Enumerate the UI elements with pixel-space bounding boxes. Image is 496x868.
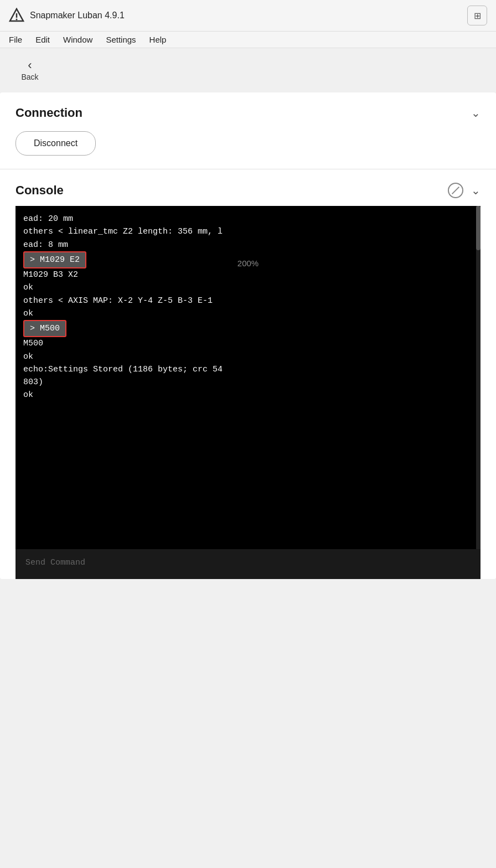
back-button[interactable]: ‹ Back [13, 59, 46, 81]
titlebar: Snapmaker Luban 4.9.1 ⊞ [0, 0, 496, 32]
main-panel: Connection ⌄ Disconnect Console ⌄ 200% e… [0, 92, 496, 579]
console-collapse-icon[interactable]: ⌄ [471, 184, 480, 197]
send-command-bar[interactable]: Send Command [16, 549, 480, 579]
menu-settings[interactable]: Settings [106, 35, 136, 44]
connection-title: Connection [16, 106, 82, 120]
console-terminal[interactable]: 200% ead: 20 mmothers < linear_tmc Z2 le… [16, 206, 480, 549]
menubar: File Edit Window Settings Help [0, 32, 496, 48]
send-command-label: Send Command [25, 558, 85, 567]
console-text-line: echo:Settings Stored (1186 bytes; crc 54 [23, 363, 473, 376]
console-command-line: > M500 [23, 320, 473, 337]
console-title: Console [16, 183, 64, 198]
console-text-line: ok [23, 350, 473, 363]
console-text-line: ok [23, 389, 473, 401]
scrollbar[interactable] [476, 206, 480, 549]
console-header-icons: ⌄ [448, 183, 480, 198]
command-box: > M500 [23, 320, 66, 337]
app-logo [9, 8, 24, 23]
back-nav: ‹ Back [0, 48, 496, 92]
app-title: Snapmaker Luban 4.9.1 [30, 11, 125, 20]
scrollbar-thumb[interactable] [476, 206, 480, 250]
back-label: Back [21, 73, 38, 81]
console-text-line: others < AXIS MAP: X-2 Y-4 Z-5 B-3 E-1 [23, 294, 473, 307]
translate-icon: ⊞ [474, 11, 481, 21]
menu-help[interactable]: Help [149, 35, 167, 44]
console-text-line: 803) [23, 376, 473, 389]
connection-header: Connection ⌄ [16, 106, 480, 120]
command-box: > M1029 E2 [23, 251, 86, 268]
console-section: Console ⌄ 200% ead: 20 mmothers < linear… [0, 169, 496, 579]
connection-collapse-icon[interactable]: ⌄ [471, 106, 480, 120]
menu-file[interactable]: File [9, 35, 22, 44]
console-text-line: ead: 20 mm [23, 213, 473, 225]
menu-edit[interactable]: Edit [35, 35, 50, 44]
translate-button[interactable]: ⊞ [467, 6, 487, 25]
back-chevron-icon: ‹ [28, 59, 32, 71]
console-text-line: M500 [23, 337, 473, 350]
console-text-line: M1029 B3 X2 [23, 268, 473, 281]
connection-section: Connection ⌄ Disconnect [0, 92, 496, 169]
console-command-line: > M1029 E2 [23, 251, 473, 268]
titlebar-left: Snapmaker Luban 4.9.1 [9, 8, 125, 23]
console-text-line: ok [23, 307, 473, 320]
console-text-line: ok [23, 281, 473, 294]
block-icon[interactable] [448, 183, 463, 198]
disconnect-button[interactable]: Disconnect [16, 131, 96, 156]
svg-point-2 [16, 19, 18, 20]
console-text-line: ead: 8 mm [23, 239, 473, 251]
console-header: Console ⌄ [16, 183, 480, 198]
console-text-line: others < linear_tmc Z2 length: 356 mm, l [23, 225, 473, 238]
menu-window[interactable]: Window [63, 35, 92, 44]
